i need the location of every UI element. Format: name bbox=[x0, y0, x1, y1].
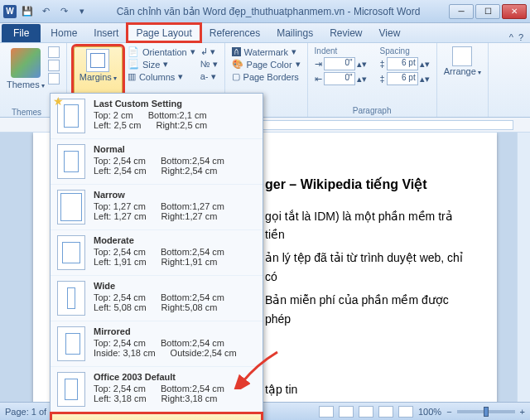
preset-icon bbox=[57, 235, 85, 270]
line-numbers-button[interactable]: № ▾ bbox=[200, 59, 218, 70]
zoom-level[interactable]: 100% bbox=[418, 407, 441, 417]
group-paragraph: Indent ⇥ 0"▴▾ ⇤ 0"▴▾ Spacing ‡ 6 pt▴▾ ‡ … bbox=[308, 43, 437, 117]
window-controls: ─ ☐ ✕ bbox=[447, 4, 527, 19]
tab-review[interactable]: Review bbox=[321, 24, 370, 42]
margins-preset-item[interactable]: Normal Top: 2,54 cmBottom:2,54 cm Left: … bbox=[51, 139, 263, 185]
preset-text: Wide Top: 2,54 cmBottom:2,54 cm Left: 5,… bbox=[94, 281, 224, 316]
margins-preset-item[interactable]: Last Custom Setting Top: 2 cmBottom:2,1 … bbox=[51, 94, 263, 139]
indent-label: Indent bbox=[315, 46, 367, 56]
doc-text: gọi tắt là IDM) là một phần mềm trả tiền bbox=[265, 207, 472, 244]
window-title: Căn chỉnh văn bản Word đẹp_thuthuatphanm… bbox=[89, 6, 447, 17]
tab-mailings[interactable]: Mailings bbox=[268, 24, 321, 42]
group-label-paragraph: Paragraph bbox=[315, 104, 430, 115]
zoom-out-button[interactable]: − bbox=[446, 407, 451, 417]
doc-text: tập tin bbox=[265, 380, 472, 398]
tab-home[interactable]: Home bbox=[42, 24, 85, 42]
preset-text: Narrow Top: 1,27 cmBottom:1,27 cm Left: … bbox=[94, 190, 224, 224]
spacing-before-spinner[interactable]: ‡ 6 pt▴▾ bbox=[380, 57, 430, 70]
preset-icon bbox=[57, 144, 85, 179]
arrange-icon[interactable] bbox=[452, 46, 472, 66]
orientation-button[interactable]: 📄 Orientation ▾ bbox=[128, 46, 195, 57]
preset-icon bbox=[57, 372, 85, 407]
doc-heading: ger – Wikipedia tiếng Việt bbox=[265, 174, 472, 196]
vertical-scrollbar[interactable] bbox=[517, 133, 530, 402]
preset-text: Moderate Top: 2,54 cmBottom:2,54 cm Left… bbox=[94, 235, 224, 270]
theme-colors-icon[interactable] bbox=[48, 46, 60, 58]
quick-access-toolbar: 💾 ↶ ↷ ▾ bbox=[20, 4, 89, 19]
save-icon[interactable]: 💾 bbox=[20, 4, 35, 19]
file-tab[interactable]: File bbox=[2, 24, 41, 42]
ribbon-tabs: File Home Insert Page Layout References … bbox=[0, 23, 530, 43]
doc-text bbox=[265, 356, 472, 374]
indent-right-spinner[interactable]: ⇤ 0"▴▾ bbox=[315, 72, 367, 85]
preset-icon bbox=[57, 281, 85, 316]
qat-customize-icon[interactable]: ▾ bbox=[75, 4, 89, 19]
preset-icon bbox=[57, 190, 85, 224]
doc-text: Bản miễn phí của phần mềm được phép bbox=[265, 291, 472, 328]
preset-text: Office 2003 Default Top: 2,54 cmBottom:2… bbox=[94, 372, 224, 407]
tab-insert[interactable]: Insert bbox=[85, 24, 127, 42]
margins-icon bbox=[86, 49, 109, 72]
hyphenation-button[interactable]: a- ▾ bbox=[200, 71, 218, 82]
maximize-button[interactable]: ☐ bbox=[475, 4, 500, 19]
preset-icon bbox=[57, 326, 85, 361]
columns-button[interactable]: ▥ Columns ▾ bbox=[128, 71, 195, 82]
status-page[interactable]: Page: 1 of 1 bbox=[5, 407, 54, 417]
tab-view[interactable]: View bbox=[371, 24, 409, 42]
margins-preset-item[interactable]: Wide Top: 2,54 cmBottom:2,54 cm Left: 5,… bbox=[51, 276, 263, 321]
custom-margins-item[interactable]: Custom Margins... bbox=[51, 413, 263, 420]
margins-preset-item[interactable]: Narrow Top: 1,27 cmBottom:1,27 cm Left: … bbox=[51, 185, 263, 230]
indent-left-spinner[interactable]: ⇥ 0"▴▾ bbox=[315, 57, 367, 70]
margins-dropdown: Last Custom Setting Top: 2 cmBottom:2,1 … bbox=[50, 93, 263, 420]
tab-references[interactable]: References bbox=[201, 24, 268, 42]
margins-preset-item[interactable]: Office 2003 Default Top: 2,54 cmBottom:2… bbox=[51, 367, 263, 413]
preset-text: Last Custom Setting Top: 2 cmBottom:2,1 … bbox=[94, 99, 207, 133]
close-button[interactable]: ✕ bbox=[502, 4, 527, 19]
view-web-layout-icon[interactable] bbox=[359, 406, 373, 418]
page-borders-button[interactable]: ▢ Page Borders bbox=[232, 71, 301, 82]
undo-icon[interactable]: ↶ bbox=[38, 4, 53, 19]
arrange-button[interactable]: Arrange▾ bbox=[444, 66, 481, 76]
page-color-button[interactable]: 🎨 Page Color ▾ bbox=[232, 59, 301, 70]
minimize-ribbon-icon[interactable]: ^ bbox=[509, 32, 513, 42]
size-button[interactable]: 📃 Size ▾ bbox=[128, 59, 195, 70]
view-full-screen-icon[interactable] bbox=[339, 406, 354, 418]
watermark-button[interactable]: 🅰 Watermark ▾ bbox=[232, 46, 301, 57]
view-draft-icon[interactable] bbox=[398, 406, 413, 418]
minimize-button[interactable]: ─ bbox=[449, 4, 474, 19]
spacing-after-spinner[interactable]: ‡ 6 pt▴▾ bbox=[380, 72, 430, 85]
themes-button[interactable]: Themes▾ bbox=[7, 80, 45, 89]
group-label-themes: Themes bbox=[12, 106, 41, 117]
zoom-slider[interactable] bbox=[457, 410, 515, 413]
group-arrange: Arrange▾ bbox=[437, 43, 489, 117]
tab-page-layout[interactable]: Page Layout bbox=[127, 23, 200, 42]
view-outline-icon[interactable] bbox=[378, 406, 393, 418]
word-app-icon: W bbox=[3, 5, 17, 18]
margins-preset-item[interactable]: Mirrored Top: 2,54 cmBottom:2,54 cm Insi… bbox=[51, 321, 263, 367]
view-print-layout-icon[interactable] bbox=[319, 406, 334, 418]
titlebar: W 💾 ↶ ↷ ▾ Căn chỉnh văn bản Word đẹp_thu… bbox=[0, 0, 530, 23]
theme-fonts-icon[interactable] bbox=[48, 60, 60, 71]
doc-text bbox=[265, 333, 472, 351]
help-icon[interactable]: ? bbox=[518, 32, 523, 42]
doc-text: ản lý tệp đã tải từ trình duyệt web, chỉ… bbox=[265, 249, 472, 286]
breaks-button[interactable]: ↲ ▾ bbox=[200, 46, 218, 57]
margins-preset-item[interactable]: Moderate Top: 2,54 cmBottom:2,54 cm Left… bbox=[51, 230, 263, 276]
theme-effects-icon[interactable] bbox=[48, 73, 60, 84]
preset-text: Normal Top: 2,54 cmBottom:2,54 cm Left: … bbox=[94, 144, 224, 179]
redo-icon[interactable]: ↷ bbox=[56, 4, 71, 19]
spacing-label: Spacing bbox=[380, 46, 430, 56]
preset-icon bbox=[57, 99, 85, 133]
themes-icon[interactable] bbox=[11, 48, 41, 78]
preset-text: Mirrored Top: 2,54 cmBottom:2,54 cm Insi… bbox=[94, 326, 237, 361]
zoom-in-button[interactable]: + bbox=[520, 407, 525, 417]
